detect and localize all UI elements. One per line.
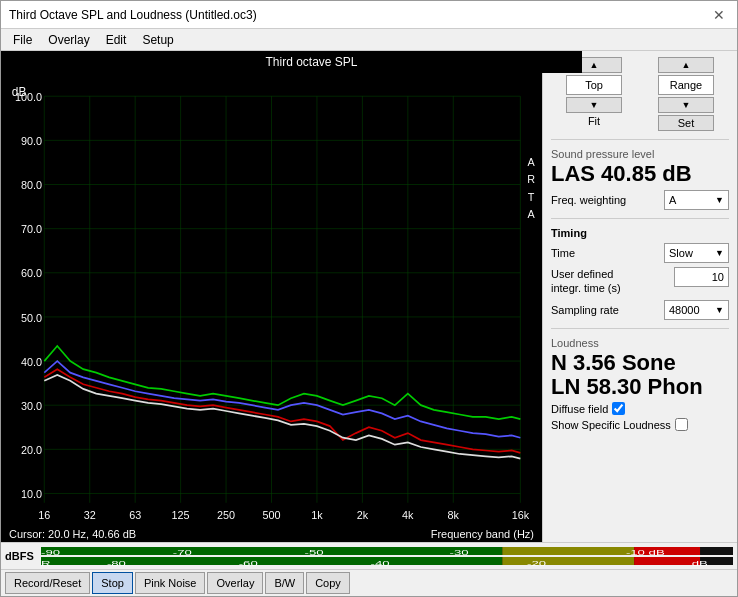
- dBFS-row: dBFS -90 -70 -50: [1, 543, 737, 570]
- user-defined-row: User defined integr. time (s): [551, 267, 729, 296]
- svg-rect-51: [502, 547, 634, 555]
- svg-text:-20: -20: [527, 559, 546, 567]
- range-display: Range: [658, 75, 714, 95]
- freq-weighting-value: A: [669, 194, 676, 206]
- svg-text:50.0: 50.0: [21, 311, 42, 323]
- time-dropdown[interactable]: Slow ▼: [664, 243, 729, 263]
- svg-rect-55: [634, 557, 700, 565]
- set-btn[interactable]: Set: [658, 115, 714, 131]
- user-defined-input[interactable]: [674, 267, 729, 287]
- chart-title: Third octave SPL: [41, 51, 582, 73]
- svg-text:20.0: 20.0: [21, 444, 42, 456]
- overlay-button[interactable]: Overlay: [207, 572, 263, 594]
- svg-text:80.0: 80.0: [21, 179, 42, 191]
- freq-weighting-row: Freq. weighting A ▼: [551, 190, 729, 210]
- svg-text:40.0: 40.0: [21, 355, 42, 367]
- spl-value: LAS 40.85 dB: [551, 162, 729, 186]
- range-up-button[interactable]: ▲: [658, 57, 714, 73]
- main-content: Third octave SPL dB: [1, 51, 737, 542]
- freq-weighting-dropdown[interactable]: A ▼: [664, 190, 729, 210]
- title-bar: Third Octave SPL and Loudness (Untitled.…: [1, 1, 737, 29]
- chart-svg: dB: [1, 73, 542, 526]
- svg-text:30.0: 30.0: [21, 399, 42, 411]
- copy-button[interactable]: Copy: [306, 572, 350, 594]
- svg-text:T: T: [528, 190, 535, 202]
- n-value: N 3.56 Sone: [551, 351, 729, 375]
- sampling-rate-arrow: ▼: [715, 305, 724, 315]
- time-label: Time: [551, 247, 575, 259]
- timing-section: Timing Time Slow ▼ User defined integr. …: [551, 227, 729, 320]
- diffuse-field-row: Diffuse field: [551, 402, 729, 415]
- timing-label: Timing: [551, 227, 729, 239]
- sampling-rate-dropdown[interactable]: 48000 ▼: [664, 300, 729, 320]
- top-down-button[interactable]: ▼: [566, 97, 622, 113]
- sampling-rate-value: 48000: [669, 304, 700, 316]
- svg-text:60.0: 60.0: [21, 267, 42, 279]
- bw-button[interactable]: B/W: [265, 572, 304, 594]
- svg-text:4k: 4k: [402, 509, 414, 521]
- range-down-button[interactable]: ▼: [658, 97, 714, 113]
- chart-area: Third octave SPL dB: [1, 51, 542, 542]
- svg-text:-80: -80: [107, 559, 126, 567]
- menu-setup[interactable]: Setup: [134, 31, 181, 49]
- time-value: Slow: [669, 247, 693, 259]
- svg-text:125: 125: [172, 509, 190, 521]
- cursor-info: Cursor: 20.0 Hz, 40.66 dB: [9, 528, 136, 540]
- svg-text:1k: 1k: [311, 509, 323, 521]
- svg-text:90.0: 90.0: [21, 135, 42, 147]
- show-specific-checkbox[interactable]: [675, 418, 688, 431]
- main-window: Third Octave SPL and Loudness (Untitled.…: [0, 0, 738, 597]
- menu-file[interactable]: File: [5, 31, 40, 49]
- pink-noise-button[interactable]: Pink Noise: [135, 572, 206, 594]
- bottom-bar: dBFS -90 -70 -50: [1, 542, 737, 596]
- svg-text:A: A: [528, 208, 536, 220]
- svg-rect-54: [502, 557, 634, 565]
- close-button[interactable]: ✕: [709, 7, 729, 23]
- level-meter: -90 -70 -50 -30 -10 dB R -80 -60 -40 -20…: [41, 545, 733, 567]
- freq-weighting-label: Freq. weighting: [551, 194, 626, 206]
- right-panel: ▲ Top ▼ Fit ▲ Range ▼ Set Sound pressure…: [542, 51, 737, 542]
- svg-text:-50: -50: [305, 548, 324, 557]
- svg-text:-90: -90: [41, 548, 60, 557]
- dropdown-arrow: ▼: [715, 195, 724, 205]
- svg-text:-10 dB: -10 dB: [626, 548, 665, 557]
- ln-value: LN 58.30 Phon: [551, 375, 729, 399]
- menu-edit[interactable]: Edit: [98, 31, 135, 49]
- time-dropdown-arrow: ▼: [715, 248, 724, 258]
- range-control-group: ▲ Range ▼ Set: [643, 57, 729, 131]
- sampling-rate-row: Sampling rate 48000 ▼: [551, 300, 729, 320]
- svg-text:dB: dB: [692, 559, 708, 567]
- record-reset-button[interactable]: Record/Reset: [5, 572, 90, 594]
- svg-text:70.0: 70.0: [21, 223, 42, 235]
- loudness-section: Loudness N 3.56 Sone LN 58.30 Phon Diffu…: [551, 337, 729, 431]
- svg-text:R: R: [41, 559, 51, 567]
- show-specific-label: Show Specific Loudness: [551, 419, 671, 431]
- svg-text:2k: 2k: [357, 509, 369, 521]
- svg-text:16k: 16k: [512, 509, 530, 521]
- svg-text:63: 63: [129, 509, 141, 521]
- dBFS-label: dBFS: [5, 550, 41, 562]
- svg-text:R: R: [527, 173, 535, 185]
- diffuse-field-label: Diffuse field: [551, 403, 608, 415]
- frequency-label: Frequency band (Hz): [431, 528, 534, 540]
- fit-btn[interactable]: Fit: [588, 115, 600, 127]
- svg-text:100.0: 100.0: [15, 91, 42, 103]
- level-meter-svg: -90 -70 -50 -30 -10 dB R -80 -60 -40 -20…: [41, 545, 733, 567]
- window-title: Third Octave SPL and Loudness (Untitled.…: [9, 8, 257, 22]
- svg-text:8k: 8k: [448, 509, 460, 521]
- menu-overlay[interactable]: Overlay: [40, 31, 97, 49]
- menu-bar: File Overlay Edit Setup: [1, 29, 737, 51]
- loudness-label: Loudness: [551, 337, 729, 349]
- svg-text:250: 250: [217, 509, 235, 521]
- svg-text:16: 16: [38, 509, 50, 521]
- svg-rect-50: [41, 547, 502, 555]
- svg-text:10.0: 10.0: [21, 488, 42, 500]
- spl-section: Sound pressure level LAS 40.85 dB Freq. …: [551, 148, 729, 210]
- show-specific-row: Show Specific Loudness: [551, 418, 729, 431]
- buttons-row: Record/Reset Stop Pink Noise Overlay B/W…: [1, 570, 737, 596]
- diffuse-field-checkbox[interactable]: [612, 402, 625, 415]
- svg-text:500: 500: [262, 509, 280, 521]
- svg-text:-40: -40: [371, 559, 390, 567]
- time-row: Time Slow ▼: [551, 243, 729, 263]
- stop-button[interactable]: Stop: [92, 572, 133, 594]
